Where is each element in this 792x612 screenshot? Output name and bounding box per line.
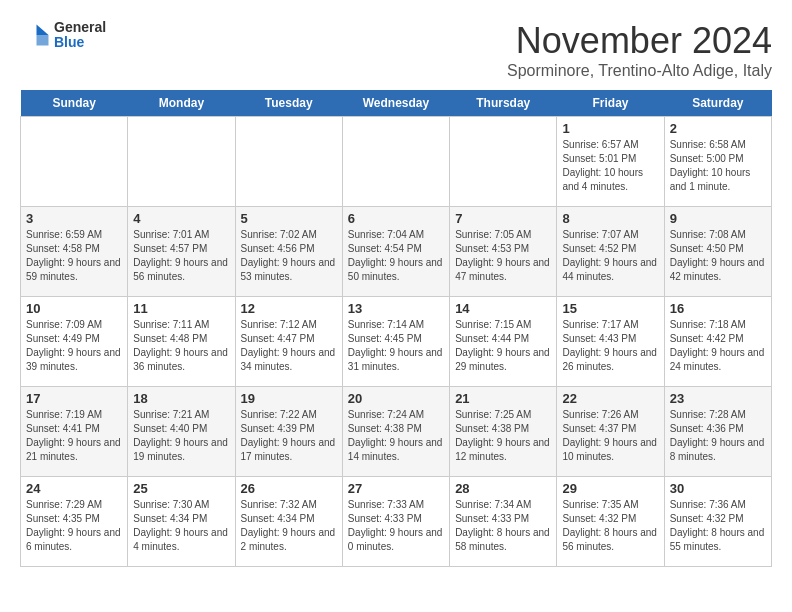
day-number: 12 — [241, 301, 337, 316]
calendar-cell — [342, 117, 449, 207]
weekday-header-thursday: Thursday — [450, 90, 557, 117]
day-number: 28 — [455, 481, 551, 496]
day-number: 21 — [455, 391, 551, 406]
day-number: 29 — [562, 481, 658, 496]
weekday-header-tuesday: Tuesday — [235, 90, 342, 117]
day-number: 19 — [241, 391, 337, 406]
day-number: 17 — [26, 391, 122, 406]
day-info: Sunrise: 7:04 AM Sunset: 4:54 PM Dayligh… — [348, 229, 443, 282]
page-header: General Blue November 2024 Sporminore, T… — [20, 20, 772, 80]
day-info: Sunrise: 7:21 AM Sunset: 4:40 PM Dayligh… — [133, 409, 228, 462]
day-info: Sunrise: 7:33 AM Sunset: 4:33 PM Dayligh… — [348, 499, 443, 552]
day-number: 16 — [670, 301, 766, 316]
day-info: Sunrise: 7:36 AM Sunset: 4:32 PM Dayligh… — [670, 499, 765, 552]
day-number: 26 — [241, 481, 337, 496]
day-number: 18 — [133, 391, 229, 406]
day-number: 4 — [133, 211, 229, 226]
day-number: 23 — [670, 391, 766, 406]
day-number: 25 — [133, 481, 229, 496]
calendar-cell: 2Sunrise: 6:58 AM Sunset: 5:00 PM Daylig… — [664, 117, 771, 207]
calendar-cell — [235, 117, 342, 207]
day-number: 7 — [455, 211, 551, 226]
day-info: Sunrise: 7:25 AM Sunset: 4:38 PM Dayligh… — [455, 409, 550, 462]
day-number: 20 — [348, 391, 444, 406]
day-info: Sunrise: 7:12 AM Sunset: 4:47 PM Dayligh… — [241, 319, 336, 372]
day-info: Sunrise: 7:28 AM Sunset: 4:36 PM Dayligh… — [670, 409, 765, 462]
calendar-cell — [128, 117, 235, 207]
day-info: Sunrise: 7:02 AM Sunset: 4:56 PM Dayligh… — [241, 229, 336, 282]
day-number: 1 — [562, 121, 658, 136]
weekday-header-saturday: Saturday — [664, 90, 771, 117]
weekday-header-wednesday: Wednesday — [342, 90, 449, 117]
logo-general-text: General — [54, 20, 106, 35]
month-title: November 2024 — [507, 20, 772, 62]
day-info: Sunrise: 7:18 AM Sunset: 4:42 PM Dayligh… — [670, 319, 765, 372]
svg-marker-0 — [37, 25, 49, 36]
calendar-cell: 27Sunrise: 7:33 AM Sunset: 4:33 PM Dayli… — [342, 477, 449, 567]
location-title: Sporminore, Trentino-Alto Adige, Italy — [507, 62, 772, 80]
title-section: November 2024 Sporminore, Trentino-Alto … — [507, 20, 772, 80]
calendar-cell: 11Sunrise: 7:11 AM Sunset: 4:48 PM Dayli… — [128, 297, 235, 387]
calendar-cell: 21Sunrise: 7:25 AM Sunset: 4:38 PM Dayli… — [450, 387, 557, 477]
day-number: 14 — [455, 301, 551, 316]
calendar-cell: 4Sunrise: 7:01 AM Sunset: 4:57 PM Daylig… — [128, 207, 235, 297]
day-info: Sunrise: 7:35 AM Sunset: 4:32 PM Dayligh… — [562, 499, 657, 552]
day-info: Sunrise: 7:11 AM Sunset: 4:48 PM Dayligh… — [133, 319, 228, 372]
day-info: Sunrise: 7:08 AM Sunset: 4:50 PM Dayligh… — [670, 229, 765, 282]
day-info: Sunrise: 6:58 AM Sunset: 5:00 PM Dayligh… — [670, 139, 751, 192]
svg-marker-1 — [37, 35, 49, 46]
calendar-cell: 7Sunrise: 7:05 AM Sunset: 4:53 PM Daylig… — [450, 207, 557, 297]
day-info: Sunrise: 7:05 AM Sunset: 4:53 PM Dayligh… — [455, 229, 550, 282]
day-info: Sunrise: 7:24 AM Sunset: 4:38 PM Dayligh… — [348, 409, 443, 462]
calendar-cell: 28Sunrise: 7:34 AM Sunset: 4:33 PM Dayli… — [450, 477, 557, 567]
day-number: 6 — [348, 211, 444, 226]
calendar-cell — [21, 117, 128, 207]
day-number: 22 — [562, 391, 658, 406]
day-info: Sunrise: 7:07 AM Sunset: 4:52 PM Dayligh… — [562, 229, 657, 282]
calendar-cell: 5Sunrise: 7:02 AM Sunset: 4:56 PM Daylig… — [235, 207, 342, 297]
day-number: 24 — [26, 481, 122, 496]
day-info: Sunrise: 7:26 AM Sunset: 4:37 PM Dayligh… — [562, 409, 657, 462]
day-info: Sunrise: 7:19 AM Sunset: 4:41 PM Dayligh… — [26, 409, 121, 462]
calendar-cell: 13Sunrise: 7:14 AM Sunset: 4:45 PM Dayli… — [342, 297, 449, 387]
calendar-cell: 19Sunrise: 7:22 AM Sunset: 4:39 PM Dayli… — [235, 387, 342, 477]
calendar-table: SundayMondayTuesdayWednesdayThursdayFrid… — [20, 90, 772, 567]
day-number: 3 — [26, 211, 122, 226]
calendar-cell: 10Sunrise: 7:09 AM Sunset: 4:49 PM Dayli… — [21, 297, 128, 387]
calendar-cell: 16Sunrise: 7:18 AM Sunset: 4:42 PM Dayli… — [664, 297, 771, 387]
day-info: Sunrise: 7:22 AM Sunset: 4:39 PM Dayligh… — [241, 409, 336, 462]
day-info: Sunrise: 7:15 AM Sunset: 4:44 PM Dayligh… — [455, 319, 550, 372]
calendar-cell: 18Sunrise: 7:21 AM Sunset: 4:40 PM Dayli… — [128, 387, 235, 477]
day-number: 10 — [26, 301, 122, 316]
day-info: Sunrise: 7:30 AM Sunset: 4:34 PM Dayligh… — [133, 499, 228, 552]
logo-blue-text: Blue — [54, 35, 106, 50]
day-number: 9 — [670, 211, 766, 226]
calendar-cell: 24Sunrise: 7:29 AM Sunset: 4:35 PM Dayli… — [21, 477, 128, 567]
day-number: 30 — [670, 481, 766, 496]
calendar-cell: 9Sunrise: 7:08 AM Sunset: 4:50 PM Daylig… — [664, 207, 771, 297]
day-number: 5 — [241, 211, 337, 226]
calendar-cell: 6Sunrise: 7:04 AM Sunset: 4:54 PM Daylig… — [342, 207, 449, 297]
day-number: 8 — [562, 211, 658, 226]
day-info: Sunrise: 6:57 AM Sunset: 5:01 PM Dayligh… — [562, 139, 643, 192]
day-number: 13 — [348, 301, 444, 316]
logo-icon — [20, 20, 50, 50]
day-info: Sunrise: 7:29 AM Sunset: 4:35 PM Dayligh… — [26, 499, 121, 552]
calendar-cell: 30Sunrise: 7:36 AM Sunset: 4:32 PM Dayli… — [664, 477, 771, 567]
calendar-cell: 15Sunrise: 7:17 AM Sunset: 4:43 PM Dayli… — [557, 297, 664, 387]
calendar-cell: 1Sunrise: 6:57 AM Sunset: 5:01 PM Daylig… — [557, 117, 664, 207]
calendar-cell: 17Sunrise: 7:19 AM Sunset: 4:41 PM Dayli… — [21, 387, 128, 477]
calendar-cell: 14Sunrise: 7:15 AM Sunset: 4:44 PM Dayli… — [450, 297, 557, 387]
weekday-header-sunday: Sunday — [21, 90, 128, 117]
day-info: Sunrise: 7:01 AM Sunset: 4:57 PM Dayligh… — [133, 229, 228, 282]
day-number: 27 — [348, 481, 444, 496]
calendar-cell — [450, 117, 557, 207]
calendar-cell: 29Sunrise: 7:35 AM Sunset: 4:32 PM Dayli… — [557, 477, 664, 567]
day-info: Sunrise: 7:34 AM Sunset: 4:33 PM Dayligh… — [455, 499, 550, 552]
logo: General Blue — [20, 20, 106, 51]
day-info: Sunrise: 7:14 AM Sunset: 4:45 PM Dayligh… — [348, 319, 443, 372]
day-number: 15 — [562, 301, 658, 316]
day-number: 11 — [133, 301, 229, 316]
day-number: 2 — [670, 121, 766, 136]
calendar-cell: 25Sunrise: 7:30 AM Sunset: 4:34 PM Dayli… — [128, 477, 235, 567]
